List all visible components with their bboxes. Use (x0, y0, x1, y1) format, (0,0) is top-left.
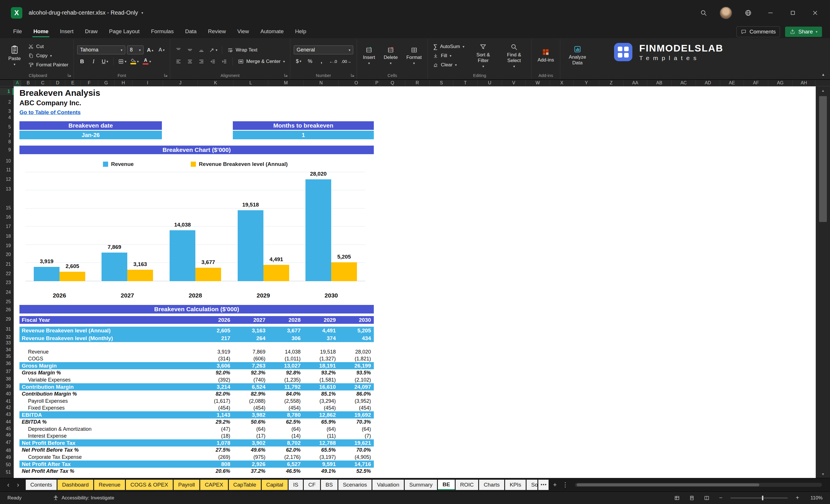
delete-cells-button[interactable]: Delete ▾ (381, 45, 400, 66)
sheet-tab-revenue[interactable]: Revenue (94, 480, 125, 490)
wrap-text-button[interactable]: Wrap Text (226, 46, 259, 54)
legend-item-revenue[interactable]: Revenue (103, 161, 134, 167)
cell[interactable]: 24,097 (339, 384, 374, 390)
cell[interactable]: 85.1% (304, 391, 339, 397)
cell[interactable]: 3,677 (268, 327, 304, 334)
months-to-breakeven-value[interactable]: 1 (233, 131, 374, 139)
cell[interactable]: 82.9% (233, 391, 268, 397)
sheet-tab-scenarios[interactable]: Scenarios (338, 480, 372, 490)
row-header-20[interactable]: 20 (0, 251, 13, 258)
chart-bar-revenue-breakeven-level-annual[interactable] (60, 272, 85, 281)
avatar[interactable] (720, 7, 732, 19)
row-header-44[interactable]: 44 (0, 418, 13, 426)
cell[interactable]: 26,199 (339, 363, 374, 369)
column-header-s[interactable]: S (429, 80, 453, 86)
ribbon-tab-draw[interactable]: Draw (79, 26, 103, 38)
select-all-corner[interactable] (0, 80, 14, 86)
cell[interactable]: (2,176) (268, 454, 304, 460)
cell[interactable]: (1,011) (268, 356, 304, 362)
comma-style-button[interactable]: , (317, 57, 326, 66)
cell[interactable]: (3,952) (339, 398, 374, 404)
cell[interactable]: 50.6% (233, 419, 268, 425)
cell[interactable]: 70.3% (339, 419, 374, 425)
cell[interactable]: 4,491 (304, 327, 339, 334)
row-header-11[interactable]: 11 (0, 166, 13, 174)
column-header-aa[interactable]: AA (624, 80, 647, 86)
chart-bar-revenue[interactable] (238, 210, 263, 281)
row-header-3[interactable]: 3 (0, 108, 13, 115)
zoom-in-button[interactable]: + (794, 495, 801, 501)
column-header-e[interactable]: E (65, 80, 81, 86)
sheet-tab-dashboard[interactable]: Dashboard (58, 480, 93, 490)
row-header-33[interactable]: 33 (0, 340, 13, 346)
sheet-tab-cf[interactable]: CF (304, 480, 320, 490)
column-header-h[interactable]: H (115, 80, 132, 86)
column-header-ae[interactable]: AE (720, 80, 744, 86)
row-header-39[interactable]: 39 (0, 383, 13, 390)
cut-button[interactable]: Cut (27, 42, 70, 51)
increase-indent-button[interactable] (219, 57, 229, 66)
center-button[interactable] (185, 57, 195, 66)
cell[interactable]: 2,605 (198, 327, 233, 334)
column-header-w[interactable]: W (526, 80, 550, 86)
row-header-38[interactable]: 38 (0, 376, 13, 382)
bottom-align-button[interactable] (196, 45, 206, 55)
orientation-button[interactable]: ▾ (208, 45, 219, 55)
column-header-ab[interactable]: AB (647, 80, 672, 86)
chart-bar-revenue[interactable] (306, 179, 331, 281)
addins-button[interactable]: Add-ins (535, 48, 556, 64)
row-header-37[interactable]: 37 (0, 368, 13, 375)
chart-bar-revenue-breakeven-level-annual[interactable] (195, 268, 221, 281)
ribbon-tab-view[interactable]: View (232, 26, 255, 38)
cell[interactable]: (975) (233, 454, 268, 460)
row-header-36[interactable]: 36 (0, 360, 13, 367)
accounting-format-button[interactable]: $▾ (294, 57, 304, 66)
row-header-42[interactable]: 42 (0, 404, 13, 411)
sheet-tab-cogs-opex[interactable]: COGS & OPEX (126, 480, 173, 490)
sheet-options-button[interactable]: ⋮ (560, 480, 570, 490)
zoom-out-button[interactable]: − (717, 495, 724, 501)
row-header-35[interactable]: 35 (0, 353, 13, 360)
horizontal-scrollbar[interactable] (575, 483, 822, 487)
row-header-45[interactable]: 45 (0, 426, 13, 432)
number-dialog-launcher[interactable] (351, 73, 354, 77)
cell[interactable]: 3,919 (198, 349, 233, 355)
cell[interactable]: 27.5% (198, 447, 233, 453)
merge-center-button[interactable]: Merge & Center ▾ (236, 57, 287, 66)
cell[interactable]: (392) (198, 377, 233, 383)
row-header-19[interactable]: 19 (0, 242, 13, 249)
row-label[interactable]: Interest Expense (20, 433, 198, 439)
cell[interactable]: 16,610 (304, 384, 339, 390)
chart-bar-revenue-breakeven-level-annual[interactable] (127, 270, 153, 281)
insert-cells-button[interactable]: Insert ▾ (360, 45, 378, 66)
row-label[interactable]: Gross Margin (20, 363, 198, 369)
row-header-25[interactable]: 25 (0, 298, 13, 305)
cell[interactable]: 8,702 (268, 440, 304, 446)
column-header-f[interactable]: F (81, 80, 98, 86)
sheet-tab-is[interactable]: IS (289, 480, 303, 490)
ribbon-tab-insert[interactable]: Insert (54, 26, 79, 38)
cell[interactable]: (740) (233, 377, 268, 383)
cell[interactable]: (3,294) (304, 398, 339, 404)
cell[interactable]: 306 (268, 335, 304, 342)
row-header-47[interactable]: 47 (0, 439, 13, 446)
row-header-40[interactable]: 40 (0, 390, 13, 397)
column-header-m[interactable]: M (268, 80, 304, 86)
zoom-slider-thumb[interactable] (762, 496, 763, 500)
column-header-j[interactable]: J (163, 80, 198, 86)
row-header-9[interactable]: 9 (0, 147, 13, 153)
row-header-8[interactable]: 8 (0, 138, 13, 145)
document-title[interactable]: alcohol-drug-rehab-center.xlsx - Read-On… (29, 9, 143, 16)
cell[interactable]: (64) (304, 426, 339, 432)
cell[interactable]: 6,527 (268, 461, 304, 467)
find-select-button[interactable]: Find & Select ▾ (500, 42, 528, 69)
column-header-af[interactable]: AF (744, 80, 768, 86)
column-header-ah[interactable]: AH (793, 80, 816, 86)
cell[interactable]: 92.8% (268, 370, 304, 376)
cell[interactable]: 19,692 (339, 412, 374, 418)
row-header-48[interactable]: 48 (0, 447, 13, 454)
cell[interactable]: (454) (233, 405, 268, 411)
cell[interactable]: 93.2% (304, 370, 339, 376)
middle-align-button[interactable] (185, 45, 195, 55)
cell[interactable]: 46.5% (268, 468, 304, 474)
